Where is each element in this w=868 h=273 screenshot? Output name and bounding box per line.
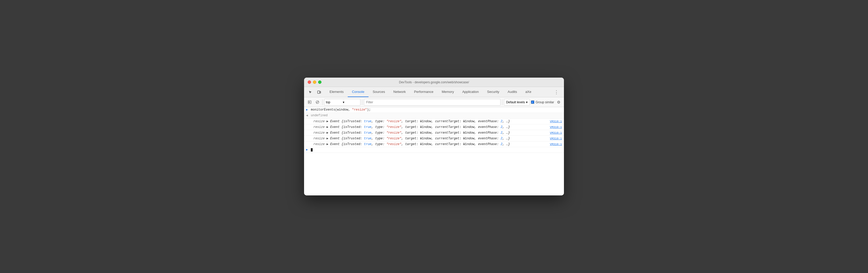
event-source-1[interactable]: VM310:1 bbox=[550, 120, 562, 123]
chevron-down-icon: ▾ bbox=[343, 100, 359, 104]
tab-security[interactable]: Security bbox=[483, 87, 503, 97]
log-levels-button[interactable]: Default levels ▾ bbox=[504, 99, 530, 106]
cursor-icon[interactable] bbox=[307, 89, 314, 96]
tab-icons bbox=[307, 87, 323, 97]
tab-audits[interactable]: Audits bbox=[503, 87, 521, 97]
cursor bbox=[311, 148, 313, 151]
tab-sources[interactable]: Sources bbox=[369, 87, 389, 97]
console-event-line-4: resize ▶ Event {isTrusted: true, type: "… bbox=[304, 136, 564, 141]
event-content-5: resize ▶ Event {isTrusted: true, type: "… bbox=[313, 142, 548, 146]
console-result-line: ◀ undefined bbox=[304, 113, 564, 118]
context-selector[interactable]: top ▾ bbox=[324, 99, 361, 106]
group-similar-checkbox[interactable]: ✓ bbox=[531, 100, 534, 104]
event-content-1: resize ▶ Event {isTrusted: true, type: "… bbox=[313, 120, 548, 123]
gear-icon: ⚙ bbox=[557, 100, 560, 105]
command-icon: ▶ bbox=[306, 108, 311, 111]
close-button[interactable] bbox=[308, 80, 311, 84]
event-source-3[interactable]: VM310:1 bbox=[550, 131, 562, 134]
console-event-line-1: resize ▶ Event {isTrusted: true, type: "… bbox=[304, 118, 564, 124]
console-event-line-5: resize ▶ Event {isTrusted: true, type: "… bbox=[304, 141, 564, 147]
chevron-down-icon: ▾ bbox=[526, 100, 528, 104]
devtools-window: DevTools - developers.google.com/web/sho… bbox=[304, 78, 564, 195]
tab-application[interactable]: Application bbox=[458, 87, 483, 97]
tab-elements[interactable]: Elements bbox=[326, 87, 348, 97]
window-title: DevTools - developers.google.com/web/sho… bbox=[399, 80, 469, 84]
tab-axe[interactable]: aXe bbox=[521, 87, 535, 97]
svg-rect-0 bbox=[317, 91, 320, 94]
result-icon: ◀ bbox=[306, 114, 311, 117]
console-event-line-3: resize ▶ Event {isTrusted: true, type: "… bbox=[304, 130, 564, 136]
toolbar-divider-3 bbox=[502, 99, 502, 105]
event-source-5[interactable]: VM310:1 bbox=[550, 143, 562, 146]
tab-network[interactable]: Network bbox=[389, 87, 410, 97]
minimize-button[interactable] bbox=[313, 80, 316, 84]
svg-rect-2 bbox=[308, 101, 311, 104]
console-input[interactable] bbox=[311, 148, 562, 151]
more-tabs-button[interactable]: ⋮ bbox=[553, 88, 560, 96]
console-output: ▶ monitorEvents(window, "resize"); ◀ und… bbox=[304, 107, 564, 195]
tab-performance[interactable]: Performance bbox=[410, 87, 437, 97]
console-toolbar: top ▾ Default levels ▾ ✓ Group similar ⚙ bbox=[304, 97, 564, 107]
tabs-bar: Elements Console Sources Network Perform… bbox=[304, 87, 564, 97]
event-source-4[interactable]: VM310:1 bbox=[550, 137, 562, 140]
command-text: monitorEvents(window, "resize"); bbox=[311, 108, 562, 111]
svg-rect-1 bbox=[320, 91, 321, 93]
event-source-2[interactable]: VM310:1 bbox=[550, 126, 562, 129]
console-input-line[interactable]: ▶ bbox=[304, 147, 564, 153]
traffic-lights bbox=[308, 80, 321, 84]
tab-console[interactable]: Console bbox=[348, 87, 369, 97]
toolbar-divider-2 bbox=[362, 99, 362, 105]
result-text: undefined bbox=[311, 114, 562, 117]
svg-line-4 bbox=[316, 101, 318, 103]
input-prompt-icon: ▶ bbox=[306, 148, 311, 151]
filter-input[interactable] bbox=[364, 99, 500, 106]
event-content-3: resize ▶ Event {isTrusted: true, type: "… bbox=[313, 131, 548, 135]
execute-icon[interactable] bbox=[306, 99, 313, 106]
settings-button[interactable]: ⚙ bbox=[555, 99, 562, 106]
tab-memory[interactable]: Memory bbox=[438, 87, 458, 97]
console-event-line-2: resize ▶ Event {isTrusted: true, type: "… bbox=[304, 124, 564, 130]
event-content-4: resize ▶ Event {isTrusted: true, type: "… bbox=[313, 137, 548, 140]
block-icon[interactable] bbox=[314, 99, 321, 106]
tabs-end: ⋮ bbox=[553, 87, 561, 97]
group-similar-toggle[interactable]: ✓ Group similar bbox=[531, 100, 554, 104]
device-icon[interactable] bbox=[315, 89, 323, 96]
console-command-line: ▶ monitorEvents(window, "resize"); bbox=[304, 107, 564, 113]
event-content-2: resize ▶ Event {isTrusted: true, type: "… bbox=[313, 125, 548, 129]
titlebar: DevTools - developers.google.com/web/sho… bbox=[304, 78, 564, 87]
maximize-button[interactable] bbox=[318, 80, 321, 84]
toolbar-divider-1 bbox=[322, 99, 322, 105]
